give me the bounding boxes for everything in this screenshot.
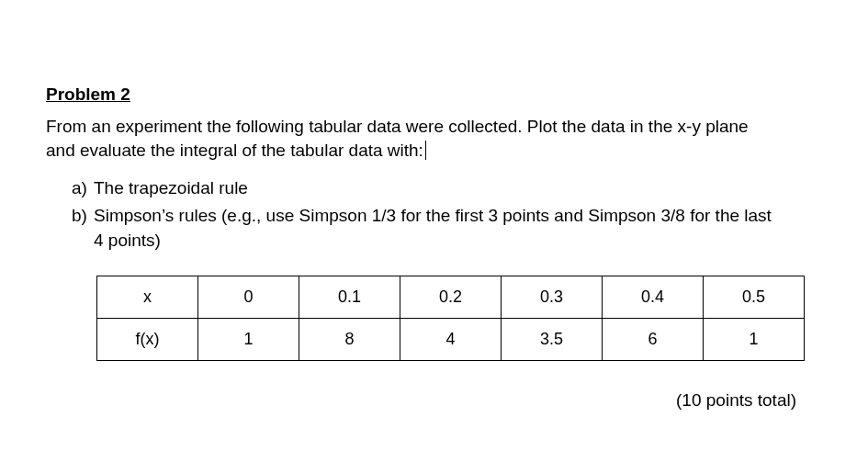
cell: 0.4 — [603, 276, 704, 318]
subpart-b-marker: b) — [72, 204, 87, 229]
subpart-a-text: The trapezoidal rule — [94, 178, 248, 197]
table-row-fx: f(x) 1 8 4 3.5 6 1 — [97, 318, 805, 360]
subpart-b: b) Simpson’s rules (e.g., use Simpson 1/… — [72, 204, 822, 253]
cell: 3.5 — [502, 318, 603, 360]
cell: 8 — [299, 318, 400, 360]
sub-parts-list: a) The trapezoidal rule b) Simpson’s rul… — [46, 176, 822, 254]
row-label-fx: f(x) — [97, 318, 198, 360]
cell: 1 — [198, 318, 299, 360]
problem-heading: Problem 2 — [46, 83, 822, 107]
cell: 0.1 — [299, 276, 400, 318]
text-cursor — [425, 141, 426, 160]
cell: 4 — [400, 318, 502, 360]
table-row-x: x 0 0.1 0.2 0.3 0.4 0.5 — [97, 276, 805, 318]
cell: 6 — [603, 318, 704, 360]
cell: 0.2 — [400, 276, 502, 318]
row-label-x: x — [97, 276, 198, 318]
subpart-b-line1: Simpson’s rules (e.g., use Simpson 1/3 f… — [94, 206, 772, 225]
subpart-a: a) The trapezoidal rule — [72, 176, 822, 201]
problem-intro: From an experiment the following tabular… — [46, 115, 822, 163]
subpart-a-marker: a) — [72, 176, 87, 201]
subpart-b-line2: 4 points) — [94, 229, 822, 254]
data-table: x 0 0.1 0.2 0.3 0.4 0.5 f(x) 1 8 4 3.5 6… — [96, 276, 805, 361]
cell: 0 — [198, 276, 299, 318]
cell: 0.5 — [704, 276, 805, 318]
cell: 1 — [704, 318, 805, 360]
cell: 0.3 — [502, 276, 603, 318]
intro-line-1: From an experiment the following tabular… — [46, 117, 749, 136]
points-total: (10 points total) — [46, 389, 822, 413]
intro-line-2: and evaluate the integral of the tabular… — [46, 141, 423, 160]
